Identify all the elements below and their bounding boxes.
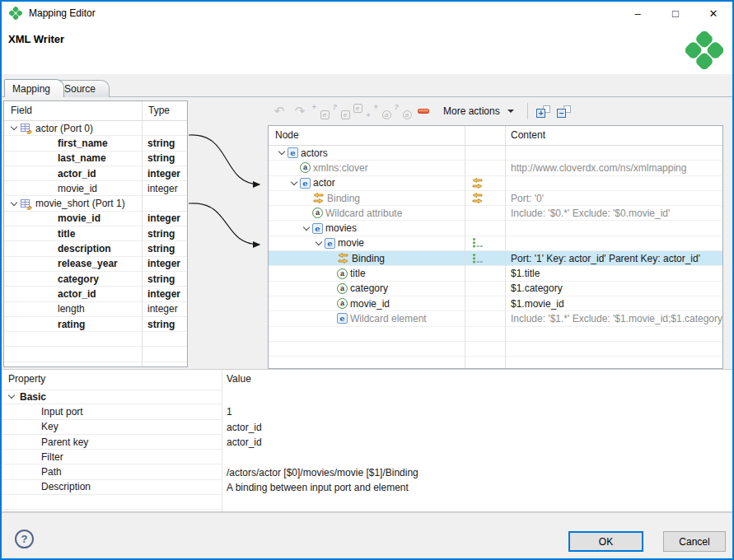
tree-row[interactable]: eactor bbox=[269, 176, 722, 191]
field-label: first_name bbox=[58, 138, 108, 149]
tree-row[interactable]: axmlns:cloverhttp://www.cloverdx.com/ns/… bbox=[269, 161, 722, 175]
close-button[interactable]: ✕ bbox=[694, 2, 732, 25]
field-row[interactable]: actor (Port 0) bbox=[4, 121, 187, 136]
element-icon: e bbox=[337, 313, 348, 324]
more-actions-button[interactable]: More actions bbox=[435, 104, 521, 119]
field-type-cell: string bbox=[142, 319, 187, 330]
redo-icon[interactable]: ↷ bbox=[291, 102, 309, 120]
chevron-down-icon[interactable] bbox=[290, 178, 297, 184]
tree-row[interactable]: atitle$1.title bbox=[269, 266, 722, 281]
field-row[interactable]: descriptionstring bbox=[4, 241, 187, 256]
add-attribute-icon[interactable]: +a bbox=[373, 102, 391, 120]
property-row[interactable]: Path/actors/actor [$0]/movies/movie [$1]… bbox=[2, 464, 732, 479]
expander[interactable] bbox=[312, 242, 325, 245]
page-title: XML Writer bbox=[8, 33, 64, 45]
tree-node-cell: eactors bbox=[269, 147, 465, 159]
field-row[interactable]: movie_short (Port 1) bbox=[4, 196, 187, 211]
tree-row[interactable]: acategory$1.category bbox=[269, 282, 722, 296]
property-row-empty[interactable] bbox=[2, 495, 732, 510]
tree-row-selected[interactable]: BindingPort: '1' Key: actor_id' Parent K… bbox=[269, 251, 722, 266]
tree-row[interactable]: eactors bbox=[269, 146, 722, 161]
property-name-cell: Filter bbox=[2, 450, 222, 464]
property-value-cell[interactable]: 1 bbox=[222, 406, 732, 418]
add-wildcard-attribute-icon[interactable]: ?a bbox=[394, 102, 412, 120]
add-element-icon[interactable]: e+ bbox=[353, 102, 371, 120]
chevron-down-icon[interactable] bbox=[302, 223, 309, 230]
expander[interactable] bbox=[288, 182, 300, 184]
property-header: Property Value bbox=[2, 370, 732, 390]
tab-strip: Mapping Source bbox=[2, 74, 732, 97]
element-icon: e bbox=[312, 223, 323, 234]
chevron-down-icon[interactable] bbox=[10, 124, 16, 130]
property-value-cell[interactable]: actor_id bbox=[222, 422, 732, 433]
property-label: Path bbox=[41, 466, 62, 478]
field-row-empty[interactable] bbox=[4, 332, 187, 347]
ok-button[interactable]: OK bbox=[568, 531, 643, 552]
tree-indicator-cell bbox=[465, 237, 505, 249]
chevron-down-icon[interactable] bbox=[278, 148, 284, 155]
chevron-down-icon[interactable] bbox=[10, 198, 16, 205]
tree-row[interactable]: eWildcard elementInclude: '$1.*' Exclude… bbox=[269, 311, 722, 326]
field-row[interactable]: movie_idinteger bbox=[4, 212, 187, 226]
field-row[interactable]: actor_idinteger bbox=[4, 166, 187, 181]
tree-row[interactable]: aWildcard attributeInclude: '$0.*' Exclu… bbox=[269, 206, 722, 221]
property-value-cell[interactable]: /actors/actor [$0]/movies/movie [$1]/Bin… bbox=[222, 467, 732, 478]
field-row[interactable]: first_namestring bbox=[4, 136, 187, 151]
field-row-empty[interactable] bbox=[4, 347, 187, 362]
expander[interactable] bbox=[275, 152, 288, 154]
field-row-empty[interactable] bbox=[4, 362, 187, 367]
field-row[interactable]: categorystring bbox=[4, 272, 187, 287]
minimize-button[interactable]: – bbox=[619, 2, 657, 25]
tree-content-cell: Port: '0' bbox=[505, 193, 722, 204]
maximize-button[interactable]: □ bbox=[657, 2, 694, 25]
undo-icon[interactable]: ↶ bbox=[270, 102, 288, 120]
field-row[interactable]: titlestring bbox=[4, 226, 187, 241]
tree-row-empty[interactable] bbox=[269, 327, 722, 342]
tree-node-label: Wildcard attribute bbox=[325, 208, 402, 219]
field-row[interactable]: release_yearinteger bbox=[4, 257, 187, 272]
expander[interactable] bbox=[300, 227, 312, 230]
tree-row-empty[interactable] bbox=[269, 357, 722, 369]
chevron-down-icon[interactable] bbox=[7, 392, 14, 399]
field-row[interactable]: last_namestring bbox=[4, 152, 187, 166]
tree-header: Node Content bbox=[269, 126, 722, 146]
tree-row[interactable]: BindingPort: '0' bbox=[269, 191, 722, 206]
property-value-cell[interactable]: actor_id bbox=[222, 436, 732, 448]
field-label: movie_id bbox=[58, 212, 101, 224]
expander[interactable] bbox=[5, 395, 17, 398]
field-type-cell: integer bbox=[142, 168, 187, 180]
cancel-button[interactable]: Cancel bbox=[663, 531, 726, 552]
tree-toolbar: ↶ ↷ +e ?e e+ +a ?a More actions + − bbox=[270, 100, 573, 123]
property-row[interactable]: Filter bbox=[2, 450, 732, 464]
field-row[interactable]: actor_idinteger bbox=[4, 287, 187, 301]
field-type: string bbox=[147, 319, 175, 330]
property-row[interactable]: DescriptionA binding between input port … bbox=[2, 480, 732, 495]
property-value-cell[interactable]: A binding between input port and element bbox=[222, 482, 732, 493]
field-row[interactable]: movie_idinteger bbox=[4, 181, 187, 196]
mapping-editor-window: Mapping Editor – □ ✕ XML Writer Mapping bbox=[0, 0, 734, 560]
chevron-down-icon[interactable] bbox=[315, 239, 321, 245]
add-child-element-icon[interactable]: +e bbox=[311, 102, 330, 120]
property-row[interactable]: Keyactor_id bbox=[2, 420, 732, 435]
property-row[interactable]: Parent keyactor_id bbox=[2, 435, 732, 450]
help-button[interactable]: ? bbox=[15, 530, 34, 548]
property-row[interactable]: Basic bbox=[2, 390, 732, 404]
tree-row[interactable]: emovie bbox=[269, 236, 722, 251]
field-name-cell: length bbox=[4, 303, 142, 315]
expander[interactable] bbox=[7, 203, 20, 205]
tree-row-empty[interactable] bbox=[269, 342, 722, 357]
property-name-cell: Description bbox=[2, 480, 222, 495]
tree-row[interactable]: amovie_id$1.movie_id bbox=[269, 296, 722, 311]
tree-row[interactable]: emovies bbox=[269, 221, 722, 236]
property-row[interactable]: Input port1 bbox=[2, 404, 732, 419]
field-row[interactable]: lengthinteger bbox=[4, 302, 187, 317]
tab-mapping[interactable]: Mapping bbox=[4, 79, 64, 97]
expander[interactable] bbox=[7, 127, 20, 129]
add-wildcard-element-icon[interactable]: ?e bbox=[332, 102, 350, 120]
field-label: length bbox=[58, 303, 85, 315]
collapse-all-icon[interactable]: − bbox=[555, 102, 573, 120]
expand-all-icon[interactable]: + bbox=[535, 102, 553, 120]
tree-node-label: movie_id bbox=[350, 298, 390, 310]
field-row[interactable]: ratingstring bbox=[4, 317, 187, 332]
remove-icon[interactable] bbox=[414, 102, 432, 120]
